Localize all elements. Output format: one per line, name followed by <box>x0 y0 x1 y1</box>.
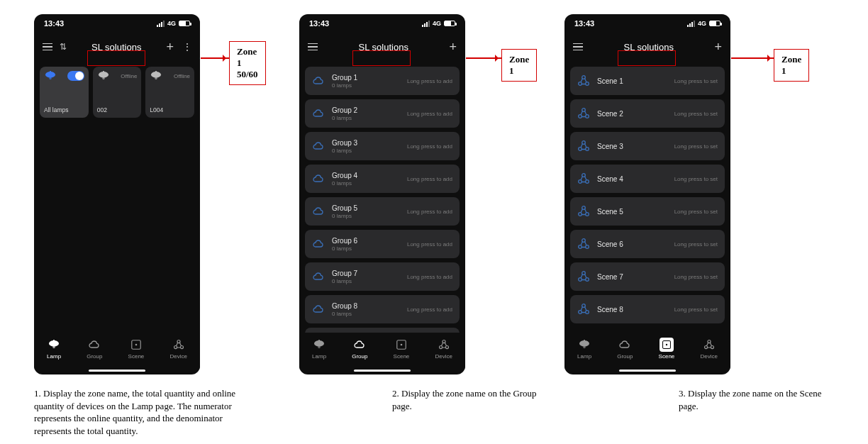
scene-hint: Long press to set <box>674 143 718 150</box>
scene-hint: Long press to set <box>674 209 718 215</box>
tab-scene[interactable]: Scene <box>659 338 675 360</box>
group-row[interactable]: Group 80 lampsLong press to add <box>305 295 460 323</box>
tab-scene[interactable]: Scene <box>128 338 145 360</box>
group-name: Group 1 <box>332 74 400 82</box>
group-sub: 0 lamps <box>332 115 400 121</box>
group-sub: 0 lamps <box>332 180 400 187</box>
group-row[interactable]: Group 70 lampsLong press to add <box>305 262 460 291</box>
status-right: 4G <box>422 20 455 27</box>
callout-arrow-3 <box>731 57 774 59</box>
scene-row[interactable]: Scene 4Long press to set <box>570 165 725 193</box>
battery-icon <box>709 21 720 26</box>
status-time: 13:43 <box>44 19 64 28</box>
group-sub: 0 lamps <box>332 148 400 154</box>
group-sub: 0 lamps <box>332 245 400 252</box>
add-icon[interactable]: + <box>714 40 722 55</box>
group-hint: Long press to add <box>407 241 452 248</box>
scene-hint: Long press to set <box>674 274 718 280</box>
group-tab-icon <box>352 338 367 352</box>
tab-group[interactable]: Group <box>617 338 633 360</box>
tab-label: Lamp <box>312 353 326 360</box>
group-row[interactable]: Group 30 lampsLong press to add <box>305 132 460 160</box>
scene-icon <box>577 303 590 316</box>
scene-name: Scene 1 <box>597 77 667 85</box>
device-tab-icon <box>702 338 716 352</box>
page-title[interactable]: SL solutions <box>359 42 408 52</box>
battery-icon <box>179 21 190 26</box>
scene-row[interactable]: Scene 5Long press to set <box>570 197 725 226</box>
tab-lamp[interactable]: Lamp <box>577 338 591 360</box>
lamp-icon <box>150 71 162 81</box>
group-row[interactable]: Group 50 lampsLong press to add <box>305 197 460 226</box>
network-label: 4G <box>698 20 706 27</box>
signal-icon <box>422 21 430 27</box>
menu-icon[interactable] <box>573 43 583 51</box>
phone-group: 13:43 4G SL solutions + Group 10 lampsLo… <box>299 14 465 374</box>
network-label: 4G <box>433 20 441 27</box>
group-name: Group 4 <box>332 172 400 179</box>
group-hint: Long press to add <box>407 78 452 84</box>
scene-hint: Long press to set <box>674 78 718 84</box>
menu-icon[interactable] <box>308 43 318 51</box>
phones-row: 13:43 4G ⇅ SL solutions + ⋮ <box>28 14 840 374</box>
nav-bar: SL solutions + <box>564 33 730 61</box>
scene-tab-icon <box>129 338 143 352</box>
device-tab-icon <box>437 338 451 352</box>
tab-group[interactable]: Group <box>352 338 367 360</box>
scene-row[interactable]: Scene 2Long press to set <box>570 99 725 128</box>
battery-icon <box>444 21 455 26</box>
tab-label: Device <box>169 353 187 360</box>
scene-row[interactable]: Scene 8Long press to set <box>570 295 725 323</box>
scene-row[interactable]: Scene 7Long press to set <box>570 262 725 291</box>
phone-lamp: 13:43 4G ⇅ SL solutions + ⋮ <box>34 14 200 374</box>
tab-label: Group <box>352 353 367 360</box>
tab-label: Lamp <box>47 353 61 360</box>
captions-row: 1. Display the zone name, the total quan… <box>28 387 840 437</box>
group-sub: 0 lamps <box>332 311 400 317</box>
callout-text: Zone 1 <box>237 46 258 69</box>
scene-name: Scene 7 <box>597 273 667 281</box>
group-row[interactable]: Group 60 lampsLong press to add <box>305 230 460 258</box>
tab-group[interactable]: Group <box>87 338 102 360</box>
group-hint: Long press to add <box>407 274 452 280</box>
scene-row[interactable]: Scene 1Long press to set <box>570 67 725 95</box>
scene-row[interactable]: Scene 6Long press to set <box>570 230 725 258</box>
group-name: Group 8 <box>332 302 400 310</box>
sort-icon[interactable]: ⇅ <box>60 42 67 52</box>
lamp-card-l004[interactable]: Offline L004 <box>145 67 194 118</box>
page-title[interactable]: SL solutions <box>91 42 141 52</box>
menu-icon[interactable] <box>43 43 52 51</box>
group-row[interactable]: Group 10 lampsLong press to add <box>305 67 460 95</box>
lamp-card-002[interactable]: Offline 002 <box>93 67 142 118</box>
tab-device[interactable]: Device <box>169 338 187 360</box>
lamp-toggle[interactable] <box>67 71 84 81</box>
group-hint: Long press to add <box>407 176 452 182</box>
tab-label: Lamp <box>577 353 591 360</box>
group-name: Group 3 <box>332 139 400 147</box>
device-tab-icon <box>172 338 186 352</box>
status-time: 13:43 <box>309 19 329 28</box>
scene-icon <box>577 238 590 250</box>
add-icon[interactable]: + <box>166 40 174 55</box>
phone-block-lamp: 13:43 4G ⇅ SL solutions + ⋮ <box>34 14 200 374</box>
group-row[interactable]: Group 40 lampsLong press to add <box>305 165 460 193</box>
status-bar: 13:43 4G <box>564 14 730 33</box>
page-title[interactable]: SL solutions <box>624 42 674 52</box>
tab-device[interactable]: Device <box>700 338 717 360</box>
add-icon[interactable]: + <box>449 40 457 55</box>
group-row[interactable]: Group 9 <box>305 328 460 333</box>
lamp-card-all[interactable]: All lamps <box>40 67 89 118</box>
tab-lamp[interactable]: Lamp <box>312 338 326 360</box>
home-indicator <box>354 370 411 372</box>
scene-row[interactable]: Scene 3Long press to set <box>570 132 725 160</box>
status-right: 4G <box>687 20 720 27</box>
tab-device[interactable]: Device <box>435 338 452 360</box>
tab-label: Group <box>617 353 633 360</box>
scene-tab-icon <box>660 338 674 352</box>
tab-scene[interactable]: Scene <box>394 338 410 360</box>
phone-block-scene: 13:43 4G SL solutions + Scene 1Long pres… <box>564 14 730 374</box>
tab-lamp[interactable]: Lamp <box>47 338 61 360</box>
more-icon[interactable]: ⋮ <box>182 41 191 52</box>
scene-name: Scene 5 <box>597 208 667 216</box>
group-row[interactable]: Group 20 lampsLong press to add <box>305 99 460 128</box>
